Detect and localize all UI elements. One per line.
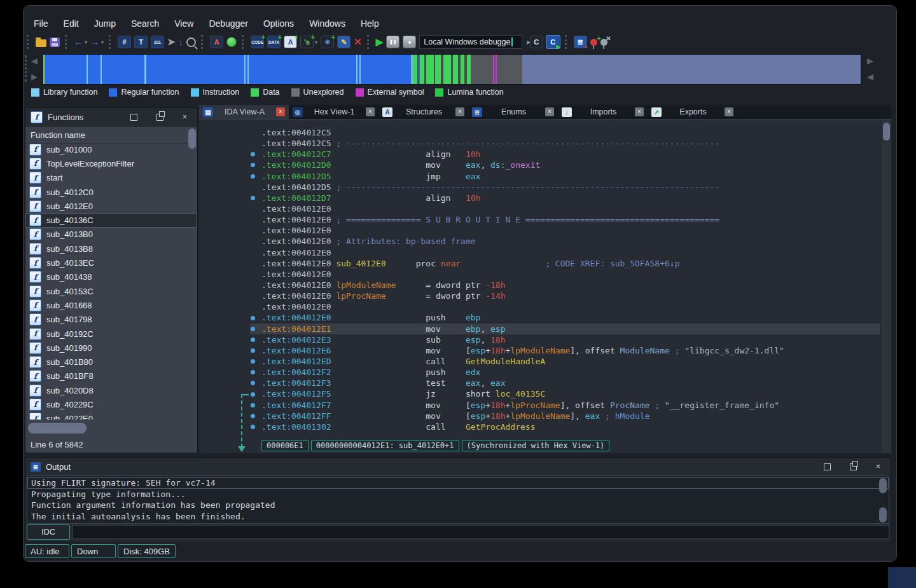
tab-close-icon[interactable]: ×	[725, 107, 733, 116]
nav-back-caret-icon[interactable]: ▾	[85, 39, 87, 45]
function-row[interactable]: fsub_4013EC	[25, 256, 197, 270]
debugger-combo[interactable]: Local Windows debugge	[419, 35, 522, 49]
breakpoint-dot[interactable]	[251, 414, 255, 418]
menu-help[interactable]: Help	[353, 17, 387, 31]
function-row[interactable]: fsub_40229C	[25, 397, 197, 411]
listing-line[interactable]: .text:004012E0	[199, 225, 891, 236]
listing-line[interactable]: .text:004012E0 sub_4012E0 proc near ; CO…	[199, 258, 891, 269]
start-process-icon[interactable]: ▶	[376, 36, 384, 48]
function-row[interactable]: fsub_40192C	[25, 327, 197, 341]
listing-line[interactable]: .text:004012E0 push ebp	[199, 312, 891, 323]
function-row[interactable]: fsub_401668	[25, 298, 197, 312]
nav-forward-caret-icon[interactable]: ▾	[101, 39, 104, 45]
menu-file[interactable]: File	[26, 17, 56, 31]
menu-jump[interactable]: Jump	[87, 17, 123, 31]
menu-debugger[interactable]: Debugger	[201, 17, 256, 31]
string-caret-icon[interactable]: ▾	[315, 39, 317, 45]
listing-line[interactable]: .text:004012E6 mov [esp+18h+lpModuleName…	[199, 345, 891, 356]
breakpoint-dot[interactable]	[251, 425, 255, 429]
functions-column-header[interactable]: Function name	[25, 126, 197, 144]
toolbar-grip[interactable]	[65, 35, 69, 49]
jump-to-address-icon[interactable]: #	[118, 36, 131, 48]
listing-line[interactable]: .text:004012F5 jz short loc_40135C	[199, 388, 891, 399]
edit-icon[interactable]: ✎	[337, 36, 350, 48]
listing-line[interactable]: .text:004012ED call GetModuleHandleA	[199, 356, 891, 367]
attach-to-process-icon[interactable]: ➤C	[525, 36, 543, 48]
toolbar-grip[interactable]	[367, 35, 371, 49]
navigation-band[interactable]	[43, 54, 861, 85]
output-panel-titlebar[interactable]: ≣ Output ×	[25, 458, 891, 476]
functions-horizontal-scrollbar[interactable]	[25, 421, 197, 436]
listing-line[interactable]: .text:004012E0 ; =============== S U B R…	[199, 214, 891, 225]
function-row[interactable]: fsub_40153C	[25, 284, 197, 298]
listing-line[interactable]: .text:004012C5	[199, 127, 891, 138]
stop-process-icon[interactable]: ■	[403, 36, 416, 48]
function-row[interactable]: fsub_401990	[25, 341, 197, 355]
disassembly-vertical-scrollbar[interactable]	[882, 120, 891, 453]
breakpoint-dot[interactable]	[251, 196, 255, 200]
save-icon[interactable]	[50, 38, 60, 47]
close-icon[interactable]: ×	[876, 463, 880, 470]
scrollbar-thumb[interactable]	[28, 423, 87, 434]
idc-button[interactable]: IDC	[27, 524, 70, 540]
disassembly-listing[interactable]: .text:004012C5.text:004012C5 ; ---------…	[199, 127, 891, 432]
listing-line[interactable]: .text:004012C7 align 10h	[199, 149, 891, 160]
listing-line[interactable]: .text:004012E0	[199, 247, 891, 258]
menu-windows[interactable]: Windows	[302, 17, 353, 31]
open-file-icon[interactable]	[36, 39, 46, 47]
breakpoint-dot[interactable]	[251, 392, 255, 397]
listing-line[interactable]: .text:004012D5 ; -----------------------…	[199, 182, 891, 193]
tab-close-icon[interactable]: ×	[455, 107, 464, 116]
output-scrollbar-thumb[interactable]	[879, 507, 887, 523]
tab-close-icon[interactable]: ×	[276, 107, 285, 116]
tab-hex-view-1[interactable]: ◎Hex View-1×	[289, 105, 378, 119]
function-row[interactable]: fsub_4013B8	[25, 242, 197, 256]
function-row[interactable]: fsub_4012E0	[25, 199, 197, 213]
delete-icon[interactable]: ✕	[354, 36, 362, 48]
listing-line[interactable]: .text:00401302 call GetProcAddress	[199, 421, 891, 432]
listing-line[interactable]: .text:004012E0	[199, 269, 891, 280]
breakpoint-dot[interactable]	[251, 174, 255, 179]
nav-back-icon[interactable]: ←	[74, 36, 83, 48]
jump-to-name-icon[interactable]: T	[134, 36, 148, 48]
navband-scroll-left-icon[interactable]: ◀	[31, 55, 38, 66]
listing-line[interactable]: .text:004012E1 mov ebp, esp	[199, 324, 891, 334]
float-icon[interactable]	[156, 114, 163, 121]
navband-scroll-right-icon[interactable]: ▶	[867, 55, 873, 66]
breakpoint-list-icon[interactable]: ≣●	[574, 36, 587, 48]
toolbar-grip[interactable]	[109, 35, 113, 49]
float-icon[interactable]	[850, 463, 857, 470]
menu-options[interactable]: Options	[256, 17, 302, 31]
listing-line[interactable]: .text:004012E3 sub esp, 18h	[199, 334, 891, 345]
menu-view[interactable]: View	[167, 17, 201, 31]
listing-line[interactable]: .text:004012D0 mov eax, ds:_onexit	[199, 160, 891, 170]
tab-imports[interactable]: ↓Imports×	[558, 105, 648, 119]
output-scrollbar-thumb[interactable]	[879, 478, 887, 493]
navband-scroll-left-icon[interactable]: ◀	[867, 71, 873, 82]
tab-exports[interactable]: ↗Exports×	[648, 105, 737, 119]
navband-right-arrows[interactable]: ▶◀	[863, 54, 877, 83]
listing-line[interactable]: .text:004012D7 align 10h	[199, 193, 891, 203]
scrollbar-thumb[interactable]	[883, 123, 890, 140]
function-row[interactable]: fsub_401B80	[25, 355, 197, 369]
toolbar-grip[interactable]	[242, 35, 246, 49]
breakpoint-dot[interactable]	[251, 327, 255, 331]
breakpoint-dot[interactable]	[251, 316, 255, 320]
listing-line[interactable]: .text:004012E0 lpProcName = dword ptr -1…	[199, 291, 891, 301]
create-code-icon[interactable]: CODE+	[251, 36, 264, 48]
listing-line[interactable]: .text:004012E0 lpModuleName = dword ptr …	[199, 280, 891, 291]
tab-structures[interactable]: AStructures×	[378, 105, 468, 119]
listing-line[interactable]: .text:004012D5 jmp eax	[199, 171, 891, 182]
navband-left-arrows[interactable]: ◀▶	[27, 54, 41, 83]
function-row[interactable]: fsub_4013B0	[25, 228, 197, 242]
listing-line[interactable]: .text:004012FF mov [esp+18h+lpModuleName…	[199, 411, 891, 421]
listing-line[interactable]: .text:004012E0	[199, 301, 891, 312]
create-data-icon[interactable]: DATA+	[267, 36, 281, 48]
function-row[interactable]: fsub_4020D8	[25, 383, 197, 397]
continue-process-icon[interactable]: C▶	[546, 36, 560, 48]
listing-line[interactable]: .text:004012F2 push edx	[199, 367, 891, 378]
function-row[interactable]: fsub_401BF8	[25, 369, 197, 383]
pause-process-icon[interactable]: ❚❚	[386, 36, 399, 48]
create-ascii-icon[interactable]: A+	[284, 36, 297, 48]
create-string-icon[interactable]: 's+	[300, 36, 314, 48]
